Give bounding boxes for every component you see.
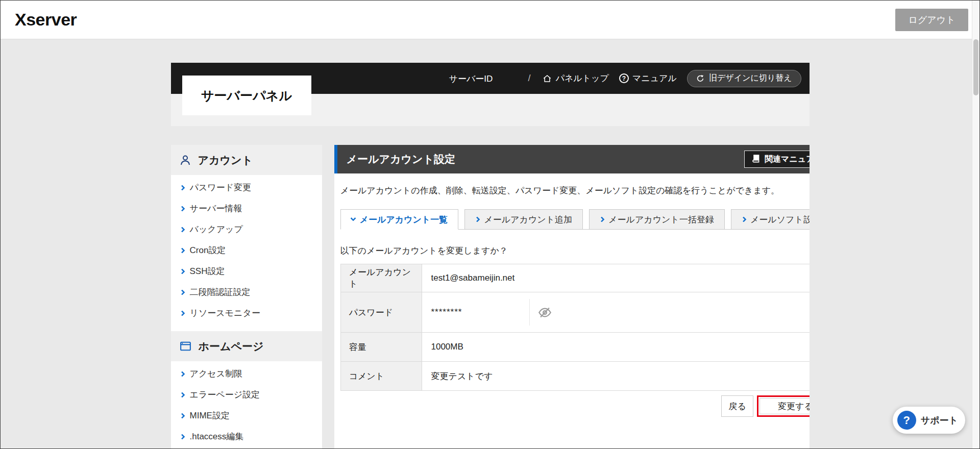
chevron-right-icon xyxy=(179,371,185,377)
sidebar-item-site-transfer[interactable]: サイト転送設定 xyxy=(171,447,322,449)
sidebar-item-label: パスワード変更 xyxy=(190,182,252,193)
tab-label: メールソフト設定 xyxy=(750,214,810,226)
sidebar: アカウント パスワード変更 サーバー情報 バックアップ Cron設定 SSH設定… xyxy=(171,145,322,449)
topbar: Xserver ログアウト xyxy=(1,1,979,39)
table-row-quota: 容量 1000MB xyxy=(340,333,810,362)
tab-mail-account-list[interactable]: メールアカウント一覧 xyxy=(340,209,459,230)
mail-account-table: メールアカウント test1@sabameijin.net パスワード ****… xyxy=(340,264,810,391)
sidebar-item-label: MIME設定 xyxy=(190,410,230,421)
book-icon xyxy=(752,155,760,164)
sidebar-item-mime[interactable]: MIME設定 xyxy=(171,405,322,426)
row-label: コメント xyxy=(340,362,422,391)
scrollbar[interactable] xyxy=(972,1,979,448)
password-value-cell: ******** xyxy=(431,299,810,326)
switch-old-design-button[interactable]: 旧デザインに切り替え xyxy=(687,70,801,87)
main-panel: メールアカウント設定 関連マニュアル メールアカウントの作成、削除、転送設定、パ… xyxy=(334,145,810,449)
sidebar-menu-account: パスワード変更 サーバー情報 バックアップ Cron設定 SSH設定 二段階認証… xyxy=(171,175,322,326)
sidebar-item-error-page[interactable]: エラーページ設定 xyxy=(171,384,322,405)
refresh-icon xyxy=(696,74,704,83)
chevron-right-icon xyxy=(179,247,185,253)
page-title: メールアカウント設定 xyxy=(347,152,455,166)
sidebar-item-label: 二段階認証設定 xyxy=(190,286,251,298)
tab-mail-account-bulk-register[interactable]: メールアカウント一括登録 xyxy=(589,209,725,230)
row-label: 容量 xyxy=(340,333,422,362)
server-panel-brand[interactable]: サーバーパネル xyxy=(182,76,311,115)
chevron-right-icon xyxy=(599,216,604,222)
tab-label: メールアカウント追加 xyxy=(484,214,572,226)
submit-button[interactable]: 変更する xyxy=(760,398,810,414)
sidebar-menu-homepage: アクセス制限 エラーページ設定 MIME設定 .htaccess編集 サイト転送… xyxy=(171,361,322,449)
sidebar-item-label: エラーページ設定 xyxy=(190,389,260,401)
sidebar-item-two-factor[interactable]: 二段階認証設定 xyxy=(171,282,322,303)
browser-page: Xserver ログアウト サーバーパネル サーバーID / パネルトップ ? … xyxy=(0,0,980,449)
sidebar-section-homepage: ホームページ xyxy=(171,331,322,361)
chevron-down-icon xyxy=(350,215,356,221)
panel-header: サーバーパネル サーバーID / パネルトップ ? マニュアル xyxy=(171,63,810,94)
sidebar-item-label: Cron設定 xyxy=(190,244,226,256)
scrollbar-thumb[interactable] xyxy=(973,39,978,95)
action-buttons: 戻る 変更する xyxy=(334,395,810,417)
eye-off-icon xyxy=(538,306,552,319)
sidebar-item-label: アクセス制限 xyxy=(190,368,243,380)
divider xyxy=(529,299,530,326)
logout-button[interactable]: ログアウト xyxy=(895,9,968,31)
masked-password: ******** xyxy=(431,307,529,317)
chevron-right-icon xyxy=(179,185,185,190)
support-button[interactable]: ? サポート xyxy=(893,407,965,434)
old-design-label: 旧デザインに切り替え xyxy=(709,73,792,84)
sidebar-section-title: アカウント xyxy=(198,153,253,167)
toggle-password-visibility-button[interactable] xyxy=(538,306,552,319)
back-button[interactable]: 戻る xyxy=(721,395,753,417)
chevron-right-icon xyxy=(179,434,185,439)
support-label: サポート xyxy=(921,414,958,427)
row-value: 変更テストです xyxy=(422,362,810,391)
sidebar-section-account: アカウント xyxy=(171,145,322,175)
sidebar-item-server-info[interactable]: サーバー情報 xyxy=(171,198,322,219)
tab-label: メールアカウント一括登録 xyxy=(608,214,714,226)
table-row-password: パスワード ******** xyxy=(340,292,810,333)
question-circle-icon: ? xyxy=(619,73,629,83)
sidebar-item-password-change[interactable]: パスワード変更 xyxy=(171,177,322,198)
manual-link[interactable]: ? マニュアル xyxy=(619,72,677,84)
sidebar-item-resource-monitor[interactable]: リソースモニター xyxy=(171,303,322,323)
chevron-right-icon xyxy=(179,268,185,274)
chevron-right-icon xyxy=(741,216,746,222)
nav-divider: / xyxy=(528,73,530,84)
sidebar-item-label: バックアップ xyxy=(190,223,243,235)
row-label: パスワード xyxy=(340,292,422,333)
table-row-comment: コメント 変更テストです xyxy=(340,362,810,391)
sidebar-item-label: SSH設定 xyxy=(190,265,225,277)
sidebar-item-cron[interactable]: Cron設定 xyxy=(171,240,322,261)
sidebar-item-backup[interactable]: バックアップ xyxy=(171,219,322,240)
sidebar-item-label: リソースモニター xyxy=(190,307,260,319)
manual-label: マニュアル xyxy=(632,72,677,84)
home-icon xyxy=(543,74,552,83)
panel-nav: / パネルトップ ? マニュアル 旧デザインに切り替え xyxy=(528,70,801,87)
sidebar-item-htaccess[interactable]: .htaccess編集 xyxy=(171,426,322,447)
table-row-mail-account: メールアカウント test1@sabameijin.net xyxy=(340,264,810,292)
confirm-question: 以下のメールアカウントを変更しますか？ xyxy=(340,245,810,257)
row-label: メールアカウント xyxy=(340,264,422,292)
tab-bar: メールアカウント一覧 メールアカウント追加 メールアカウント一括登録 メールソフ… xyxy=(340,209,810,230)
sidebar-item-label: サーバー情報 xyxy=(190,203,242,214)
tab-mail-account-add[interactable]: メールアカウント追加 xyxy=(464,209,583,230)
chevron-right-icon xyxy=(475,216,480,222)
page-title-bar: メールアカウント設定 関連マニュアル xyxy=(334,145,810,173)
person-icon xyxy=(179,154,191,166)
panel-top-label: パネルトップ xyxy=(555,72,608,84)
submit-highlight-box: 変更する xyxy=(757,395,810,417)
sidebar-item-access-restriction[interactable]: アクセス制限 xyxy=(171,363,322,384)
tab-mail-software-settings[interactable]: メールソフト設定 xyxy=(731,209,810,230)
row-value: test1@sabameijin.net xyxy=(422,264,810,292)
sidebar-item-ssh[interactable]: SSH設定 xyxy=(171,261,322,282)
chevron-right-icon xyxy=(179,227,185,232)
row-value: 1000MB xyxy=(422,333,810,362)
related-manual-button[interactable]: 関連マニュアル xyxy=(744,151,809,168)
description: メールアカウントの作成、削除、転送設定、パスワード変更、メールソフト設定の確認を… xyxy=(340,185,810,196)
panel-top-link[interactable]: パネルトップ xyxy=(543,72,608,84)
xserver-logo[interactable]: Xserver xyxy=(15,10,77,30)
related-manual-label: 関連マニュアル xyxy=(765,154,809,165)
question-icon: ? xyxy=(897,411,916,430)
tab-label: メールアカウント一覧 xyxy=(360,214,448,226)
sidebar-section-title: ホームページ xyxy=(199,339,264,354)
